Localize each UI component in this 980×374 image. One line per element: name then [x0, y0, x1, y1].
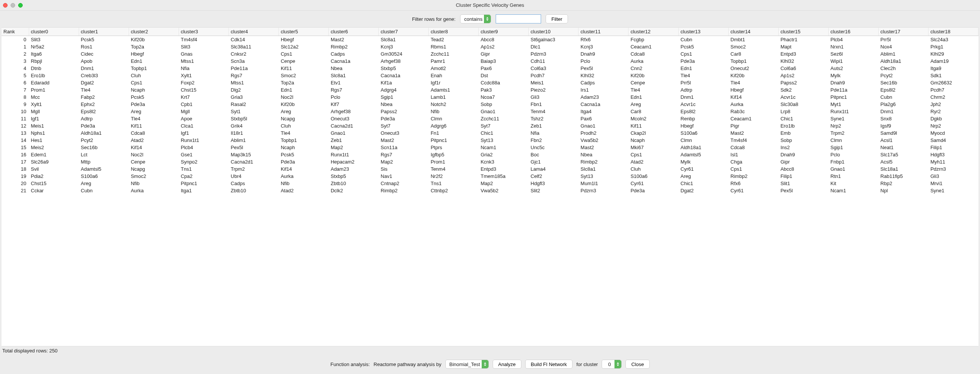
- table-row[interactable]: 16Edem1LctNoc2lGse1Map3k15Pcsk5Runx1t1Rg…: [2, 151, 978, 158]
- column-header[interactable]: cluster7: [379, 28, 429, 36]
- gene-cell: Lrp8: [778, 108, 828, 115]
- gene-cell: Klhl32: [579, 72, 628, 79]
- gene-cell: Edem1: [29, 151, 79, 158]
- table-row[interactable]: 20Chst15AregNfibPitpnc1CadpsNfibZbtb10Cn…: [2, 180, 978, 187]
- gene-table-wrap[interactable]: Rankcluster0cluster1cluster2cluster3clus…: [2, 27, 978, 346]
- gene-cell: Slc24a3: [928, 36, 978, 43]
- table-row[interactable]: 3RbpjlApobEdn1Mtss1Scn3aCenpeCacna1aArhg…: [2, 57, 978, 65]
- rank-cell: 2: [2, 50, 29, 57]
- column-header[interactable]: cluster18: [928, 28, 978, 36]
- column-header[interactable]: cluster11: [579, 28, 628, 36]
- column-header[interactable]: cluster13: [678, 28, 729, 36]
- window-close-icon[interactable]: [3, 3, 8, 8]
- column-header[interactable]: cluster4: [229, 28, 278, 36]
- filter-mode-select[interactable]: contains: [460, 14, 491, 24]
- gene-cell: Dnah9: [778, 151, 828, 158]
- table-row[interactable]: 19Pdia2S100a6Smoc2Cpa2Ubr4AurkaStxbp5Nav…: [2, 173, 978, 180]
- column-header[interactable]: Rank: [2, 28, 29, 36]
- gene-cell: Rgs7: [379, 151, 429, 158]
- gene-cell: Sobp: [778, 137, 828, 144]
- column-header[interactable]: cluster1: [79, 28, 129, 36]
- gene-cell: Dmbt1: [729, 36, 778, 43]
- column-header[interactable]: cluster10: [528, 28, 579, 36]
- table-row[interactable]: 8MccFabp2Pcsk5Krt7Gria3Noc2lPcloSgip1Lam…: [2, 94, 978, 101]
- reactome-label: Reactome pathway analysis by: [374, 361, 441, 367]
- gene-cell: Smoc2: [129, 173, 178, 180]
- table-row[interactable]: 2Itga6CidecHbegfGnasCnksr2Cps1CadpsGm305…: [2, 50, 978, 57]
- table-row[interactable]: 12Meis1Pde3aKif11Clca1Grik4CluhCacna2d1S…: [2, 122, 978, 129]
- table-row[interactable]: 5Ero1lbCreb3l3CluhXylt1Rgs7Smoc2Slc8a1Ca…: [2, 72, 978, 79]
- gene-cell: Pde3a: [278, 158, 328, 166]
- column-header[interactable]: cluster8: [429, 28, 479, 36]
- gene-cell: Ncaph: [278, 144, 328, 151]
- table-row[interactable]: 10MgllEps8l2AregMgllSyt1AregArhgef38Paps…: [2, 108, 978, 115]
- gene-cell: Topbp1: [129, 65, 178, 72]
- table-row[interactable]: 6EdaraddDgat2Cps1Foxp2Mtss1Top2aEtv1Kif1…: [2, 79, 978, 86]
- table-row[interactable]: 17Slc26a9MttpCenpeSynpo2Cacna2d1Pde3aHep…: [2, 158, 978, 166]
- gene-cell: Pcyt2: [878, 72, 928, 79]
- close-button[interactable]: Close: [625, 360, 649, 369]
- column-header[interactable]: cluster12: [628, 28, 678, 36]
- filter-input[interactable]: [496, 14, 541, 24]
- column-header[interactable]: cluster6: [328, 28, 379, 36]
- table-row[interactable]: 4DtnbDnm1Topbp1NfiaPde11aKif11NbeaStxbp5…: [2, 65, 978, 72]
- gene-cell: Myocd: [928, 129, 978, 137]
- gene-cell: Dclk2: [328, 187, 379, 194]
- gene-cell: Kif1a: [379, 79, 429, 86]
- gene-cell: Dnah9: [579, 50, 628, 57]
- rank-cell: 8: [2, 94, 29, 101]
- table-row[interactable]: 18SvilAdamtsl5NcapgTns1Trpm2Kif14Adam23S…: [2, 166, 978, 173]
- build-fi-button[interactable]: Build FI Network: [525, 360, 573, 369]
- table-row[interactable]: 9Xylt1Ephx2Pde3aCpb1Rasal2Kif20bKlf7Nbea…: [2, 101, 978, 108]
- column-header[interactable]: cluster5: [278, 28, 328, 36]
- window-zoom-icon[interactable]: [18, 3, 23, 8]
- gene-cell: Kif14: [729, 94, 778, 101]
- gene-cell: Trpm2: [828, 129, 878, 137]
- column-header[interactable]: cluster9: [479, 28, 528, 36]
- gene-cell: Adgrg4: [379, 86, 429, 94]
- column-header[interactable]: cluster2: [129, 28, 178, 36]
- table-row[interactable]: 0Slit3Pcsk5Kif20bTm4sf4Cdk14HbegfMast2Sl…: [2, 36, 978, 43]
- filter-button[interactable]: Filter: [546, 14, 568, 24]
- gene-cell: Mast2: [579, 144, 628, 151]
- gene-cell: Zcchc11: [429, 50, 479, 57]
- column-header[interactable]: cluster0: [29, 28, 79, 36]
- table-row[interactable]: 13Nphs1Aldh18a1Cdca8Igf1Il18r1Tle4Gnao1O…: [2, 129, 978, 137]
- column-header[interactable]: cluster17: [878, 28, 928, 36]
- column-header[interactable]: cluster14: [729, 28, 778, 36]
- gene-cell: Sez6l: [828, 50, 878, 57]
- column-header[interactable]: cluster16: [828, 28, 878, 36]
- table-row[interactable]: 11Igf1AdtrpTle4ApoeStxbp5lNcapgOnecut3Pd…: [2, 115, 978, 122]
- column-header[interactable]: cluster3: [178, 28, 229, 36]
- table-row[interactable]: 21CckarCubnAurkaItga1Zbtb10Atad2Dclk2Rim…: [2, 187, 978, 194]
- gene-cell: Pax6: [579, 115, 628, 122]
- rank-cell: 10: [2, 108, 29, 115]
- test-select[interactable]: Binomial_Test: [445, 360, 489, 369]
- gene-cell: Clmn: [429, 115, 479, 122]
- cluster-select[interactable]: 0: [601, 360, 622, 369]
- gene-cell: Mcoln2: [628, 115, 678, 122]
- gene-cell: Renbp: [678, 115, 729, 122]
- window-minimize-icon[interactable]: [11, 3, 15, 8]
- gene-cell: Gipr: [778, 158, 828, 166]
- gene-cell: Isl1: [729, 151, 778, 158]
- table-row[interactable]: 15Meis2Sec16bKif14Plcb4Pex5lNcaphMap2Scn…: [2, 144, 978, 151]
- gene-cell: Npl: [878, 187, 928, 194]
- gene-cell: Entpd3: [778, 50, 828, 57]
- gene-cell: Ap1s2: [778, 72, 828, 79]
- gene-cell: Runx1t1: [828, 108, 878, 115]
- gene-cell: Col6a3: [528, 65, 579, 72]
- column-header[interactable]: cluster15: [778, 28, 828, 36]
- table-row[interactable]: 1Nr5a2Ros1Top2aSlit3Slc38a11Slc12a2Rimbp…: [2, 43, 978, 50]
- gene-cell: Pcsk5: [129, 94, 178, 101]
- gene-cell: Slc8a1: [379, 36, 429, 43]
- gene-cell: Map3k15: [229, 151, 278, 158]
- analyze-button[interactable]: Analyze: [493, 360, 522, 369]
- gene-cell: Tns1: [178, 166, 229, 173]
- gene-cell: Smoc2: [278, 72, 328, 79]
- gene-cell: Sis: [379, 166, 429, 173]
- gene-cell: Hes1: [29, 137, 79, 144]
- table-row[interactable]: 14Hes1Pcyt2Atad2Runx1t1Ablim1Topbp1Zeb1M…: [2, 137, 978, 144]
- table-row[interactable]: 7Prom1Tle4NcaphChst15Dlg2Edn1Rgs7Adgrg4A…: [2, 86, 978, 94]
- gene-cell: Rimbp2: [379, 187, 429, 194]
